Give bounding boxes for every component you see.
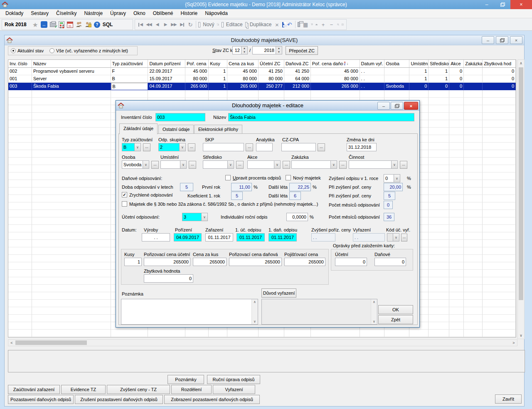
scroll-up-icon[interactable]: ∧ [373, 300, 375, 304]
umisteni-lookup-button[interactable]: ... [189, 161, 196, 169]
table-cell[interactable] [429, 307, 449, 315]
menu-item-sestavy[interactable]: Sestavy [27, 9, 52, 18]
table-cell[interactable] [8, 232, 32, 240]
doba-odpisovani-field[interactable]: 5 [180, 183, 193, 191]
table-cell[interactable]: 002 [8, 68, 32, 75]
calculator-icon[interactable] [59, 21, 64, 28]
cinnost-combo[interactable]: ∨ [349, 160, 398, 169]
table-cell[interactable]: Škoda Fabia [32, 83, 111, 90]
table-cell[interactable]: 80 000 [311, 75, 360, 83]
empty-row[interactable] [8, 90, 516, 98]
table-cell[interactable] [483, 143, 516, 150]
table-cell[interactable]: 003 [8, 83, 32, 90]
table-cell[interactable] [284, 90, 311, 98]
table-cell[interactable] [185, 330, 209, 337]
table-cell[interactable]: 41 250 [259, 68, 284, 75]
table-cell[interactable] [32, 247, 111, 255]
scroll-right-icon[interactable]: > [510, 340, 517, 346]
datum-zarazeni-field[interactable]: 01.11.2017 [205, 233, 233, 241]
empty-row[interactable] [8, 330, 516, 337]
table-cell[interactable] [8, 240, 32, 247]
table-cell[interactable] [464, 90, 483, 98]
chevron-down-icon[interactable]: ∨ [391, 161, 397, 168]
table-cell[interactable] [464, 262, 483, 270]
skp-field[interactable] [203, 143, 244, 151]
column-header-ucetni-zc[interactable]: Účetní ZC [259, 60, 284, 67]
table-cell[interactable] [311, 90, 360, 98]
print-icon[interactable] [298, 22, 300, 27]
table-cell[interactable]: 001 [8, 75, 32, 83]
table-cell[interactable] [32, 270, 111, 277]
table-cell[interactable] [464, 322, 483, 330]
scroll-up-icon[interactable]: ∧ [518, 60, 524, 67]
table-cell[interactable] [429, 150, 449, 158]
cinnost-lookup-button[interactable]: ... [400, 161, 407, 169]
table-cell[interactable] [32, 90, 111, 98]
record-next-fast-icon[interactable]: ▶▶ [171, 22, 177, 27]
table-cell[interactable] [148, 330, 185, 337]
name-field[interactable]: Škoda Fabia [228, 113, 414, 121]
table-cell[interactable] [464, 307, 483, 315]
novy-majetek-checkbox[interactable]: Nový majetek [286, 175, 321, 180]
table-cell[interactable] [483, 240, 516, 247]
remote-support-icon[interactable]: ↔ [41, 21, 47, 28]
table-cell[interactable] [429, 210, 449, 217]
table-cell[interactable]: 1 [429, 75, 449, 83]
table-cell[interactable] [429, 292, 449, 300]
child-restore-icon[interactable] [496, 36, 508, 44]
table-cell[interactable] [8, 322, 32, 330]
table-cell[interactable] [483, 262, 516, 270]
table-cell[interactable] [483, 225, 516, 232]
table-cell[interactable] [449, 217, 464, 225]
cz-cpa-lookup-button[interactable]: ... [318, 143, 325, 151]
table-cell[interactable] [464, 240, 483, 247]
table-cell[interactable] [429, 165, 449, 172]
table-cell[interactable] [449, 315, 464, 322]
table-cell[interactable] [32, 322, 111, 330]
grid-view-icon[interactable]: ▦ [303, 22, 308, 27]
table-cell[interactable] [8, 143, 32, 150]
zvyseni-ceny-tz-button[interactable]: Zvýšení ceny - TZ [107, 385, 170, 394]
record-next-icon[interactable]: ▶ [163, 22, 168, 27]
table-cell[interactable] [32, 330, 111, 337]
search-icon[interactable] [337, 21, 339, 28]
favorites-star-icon[interactable]: ★ [32, 22, 38, 28]
inv-number-field[interactable]: 003 [155, 113, 205, 121]
zruseni-pozastaveni-danovych-odpisu-button[interactable]: Zrušení pozastavení daňových odpisů [75, 395, 163, 404]
users-icon[interactable] [76, 21, 82, 28]
table-cell[interactable] [384, 330, 409, 337]
table-cell[interactable]: 45 000 [227, 68, 259, 75]
calendar-icon[interactable]: 31 [67, 22, 73, 28]
dialog-minimize-icon[interactable]: – [377, 102, 390, 110]
vertical-scrollbar[interactable]: ∧ ∨ [517, 59, 525, 339]
table-cell[interactable] [464, 180, 483, 187]
table-cell[interactable]: 22.09.2017 [148, 68, 185, 75]
column-header-kusy[interactable]: Kusy [209, 60, 227, 67]
table-cell[interactable] [464, 135, 483, 143]
upravit-procenta-checkbox[interactable]: Upravit procenta odpisů [225, 175, 281, 180]
table-cell[interactable] [8, 270, 32, 277]
ok-button[interactable]: OK [378, 305, 413, 314]
table-cell[interactable] [449, 105, 464, 113]
scroll-up-icon[interactable]: ∧ [254, 300, 256, 304]
column-header-por-cena-dano[interactable]: Poř. cena daňoAZ↓ [311, 60, 360, 67]
table-cell[interactable] [384, 75, 409, 83]
table-cell[interactable] [8, 330, 32, 337]
table-row[interactable]: 003Škoda FabiaB04.09.2017265 0001265 000… [8, 83, 516, 90]
table-cell[interactable]: 0 [449, 75, 464, 83]
table-cell[interactable] [8, 277, 32, 285]
table-cell[interactable] [32, 225, 111, 232]
porizovaci-cena-ucetni-field[interactable]: 265000 [144, 258, 190, 266]
table-cell[interactable] [429, 105, 449, 113]
minimize-icon[interactable]: – [479, 0, 495, 9]
table-cell[interactable] [32, 202, 111, 210]
table-cell[interactable] [449, 292, 464, 300]
menu-item-oblibene[interactable]: Oblíbené [149, 9, 177, 18]
cancel-button[interactable]: Zpět [378, 315, 413, 324]
column-header-cena-za-kus[interactable]: Cena za kus [227, 60, 259, 67]
table-cell[interactable] [429, 202, 449, 210]
menu-item-napoveda[interactable]: Nápověda [201, 9, 232, 18]
table-cell[interactable]: 0 [449, 68, 464, 75]
table-cell[interactable] [464, 247, 483, 255]
table-cell[interactable] [483, 172, 516, 180]
